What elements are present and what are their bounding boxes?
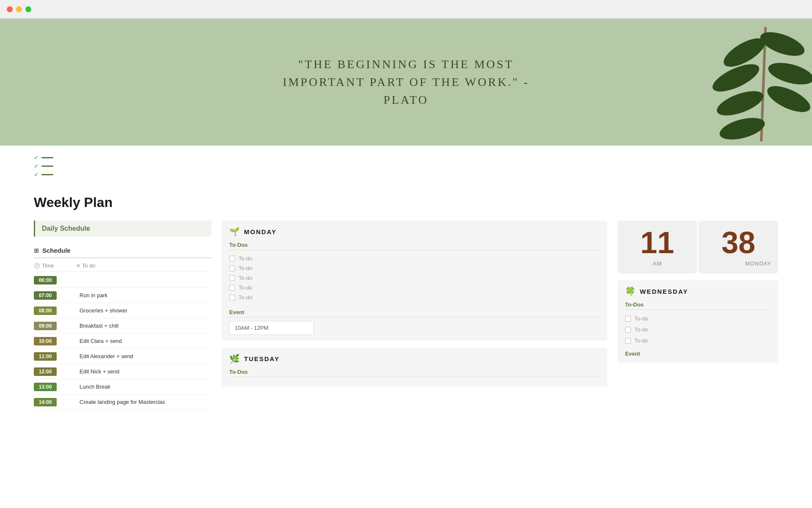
left-column: Daily Schedule ⊞ Schedule 🕐 Time ✳ To do <box>34 221 211 410</box>
time-cell: 08:00 <box>34 306 76 315</box>
monday-icon: 🌱 <box>229 226 240 237</box>
todo-checkbox[interactable] <box>229 256 235 262</box>
clock-ampm: AM <box>653 260 662 267</box>
wednesday-todo-list: To-do To-do To-do <box>625 313 771 346</box>
time-badge: 14:00 <box>34 398 57 406</box>
todo-checkbox[interactable] <box>229 275 235 281</box>
task-text: Create landing page for Masterclas <box>76 397 211 407</box>
app-logo: ✓ ✓ ✓ <box>34 154 55 178</box>
schedule-row: 10:00 Edit Clara + send <box>34 334 211 349</box>
tuesday-icon: 🌿 <box>229 353 240 364</box>
wed-todo-checkbox[interactable] <box>625 338 631 344</box>
maximize-button[interactable] <box>25 6 31 12</box>
wed-todo-checkbox[interactable] <box>625 316 631 322</box>
time-badge: 06:00 <box>34 276 57 284</box>
schedule-row: 13:00 Lunch Break <box>34 379 211 395</box>
todo-column-header: ✳ To do <box>76 262 211 269</box>
time-cell: 09:00 <box>34 322 76 330</box>
wednesday-card: 🍀 WEDNESDAY To-Dos To-do To-do To <box>617 280 778 363</box>
todo-item: To-do <box>229 254 600 263</box>
schedule-rows: 06:00 07:00 Run in park 08:00 Groceries … <box>34 273 211 410</box>
time-cell: 12:00 <box>34 367 76 376</box>
clock-hour: 11 <box>640 227 674 258</box>
todo-checkbox[interactable] <box>229 295 235 301</box>
middle-column: 🌱 MONDAY To-Dos To-do To-do To-do To-do … <box>222 221 607 393</box>
svg-point-6 <box>764 81 812 117</box>
tuesday-todos-label: To-Dos <box>229 369 600 377</box>
task-text: Edit Nick + send <box>76 367 211 376</box>
close-button[interactable] <box>7 6 13 12</box>
tuesday-name: TUESDAY <box>244 355 280 362</box>
monday-card: 🌱 MONDAY To-Dos To-do To-do To-do To-do … <box>222 221 607 341</box>
time-cell: 07:00 <box>34 291 76 300</box>
todo-item: To-do <box>229 293 600 302</box>
time-cell: 13:00 <box>34 383 76 391</box>
wednesday-event-label: Event <box>625 351 771 357</box>
schedule-row: 14:00 Create landing page for Masterclas <box>34 395 211 410</box>
wed-todo-item: To-do <box>625 313 771 324</box>
schedule-row: 09:00 Breakfast + chill <box>34 318 211 334</box>
task-text: Run in park <box>76 290 211 300</box>
right-column: 11 AM 38 MONDAY 🍀 WEDNESDAY To-Dos <box>617 221 778 363</box>
task-text: Edit Clara + send <box>76 336 211 346</box>
tuesday-header: 🌿 TUESDAY <box>229 353 600 364</box>
todo-checkbox[interactable] <box>229 285 235 291</box>
monday-header: 🌱 MONDAY <box>229 226 600 237</box>
plant-decoration <box>677 19 812 146</box>
clock-hour-cell: 11 AM <box>617 221 697 273</box>
wednesday-todos-label: To-Dos <box>625 301 771 310</box>
monday-todo-list: To-do To-do To-do To-do To-do <box>229 254 600 302</box>
browser-chrome <box>0 0 812 19</box>
columns-layout: Daily Schedule ⊞ Schedule 🕐 Time ✳ To do <box>34 221 778 410</box>
todo-item: To-do <box>229 283 600 293</box>
grid-icon: ⊞ <box>34 247 39 254</box>
task-text: Breakfast + chill <box>76 321 211 331</box>
clock-minute: 38 <box>721 227 755 258</box>
time-badge: 11:00 <box>34 352 57 361</box>
schedule-row: 12:00 Edit Nick + send <box>34 364 211 379</box>
logo-area: ✓ ✓ ✓ <box>0 146 812 186</box>
wednesday-icon: 🍀 <box>625 286 636 296</box>
svg-point-4 <box>766 59 812 89</box>
hero-quote: "The Beginning is the most important par… <box>279 55 533 109</box>
time-cell: 06:00 <box>34 276 76 284</box>
task-text: Lunch Break <box>76 382 211 392</box>
time-badge: 09:00 <box>34 322 57 330</box>
task-text <box>76 279 211 282</box>
time-cell: 10:00 <box>34 337 76 345</box>
monday-event-label: Event <box>229 309 600 318</box>
time-badge: 08:00 <box>34 306 57 315</box>
task-text: Edit Alexander + send <box>76 351 211 361</box>
monday-name: MONDAY <box>244 228 277 235</box>
time-badge: 07:00 <box>34 291 57 300</box>
clock-day: MONDAY <box>745 260 771 267</box>
clock-display: 11 AM 38 MONDAY <box>617 221 778 273</box>
time-badge: 12:00 <box>34 367 57 376</box>
time-badge: 13:00 <box>34 383 57 391</box>
clock-icon: 🕐 <box>34 263 40 269</box>
sun-icon: ✳ <box>76 263 80 269</box>
wednesday-name: WEDNESDAY <box>640 288 688 295</box>
schedule-row: 11:00 Edit Alexander + send <box>34 349 211 364</box>
wed-todo-item: To-do <box>625 324 771 335</box>
monday-event-time[interactable]: 10AM - 12PM <box>229 321 314 335</box>
traffic-lights <box>7 6 31 12</box>
wed-todo-checkbox[interactable] <box>625 327 631 333</box>
page-title: Weekly Plan <box>34 195 778 210</box>
check-icon-3: ✓ <box>34 171 39 178</box>
schedule-table-label: Schedule <box>42 247 71 254</box>
todo-checkbox[interactable] <box>229 265 235 271</box>
task-text: Groceries + shower <box>76 306 211 315</box>
daily-schedule-label: Daily Schedule <box>42 225 90 232</box>
check-icon-2: ✓ <box>34 163 39 169</box>
monday-event-section: Event 10AM - 12PM <box>229 309 600 335</box>
daily-schedule-header: Daily Schedule <box>34 221 211 237</box>
minimize-button[interactable] <box>16 6 22 12</box>
tuesday-card: 🌿 TUESDAY To-Dos <box>222 348 607 387</box>
clock-minute-cell: 38 MONDAY <box>699 221 778 273</box>
schedule-column-headers: 🕐 Time ✳ To do <box>34 260 211 272</box>
time-column-header: 🕐 Time <box>34 262 76 269</box>
schedule-row: 08:00 Groceries + shower <box>34 303 211 318</box>
todo-item: To-do <box>229 273 600 283</box>
monday-todos-label: To-Dos <box>229 242 600 250</box>
